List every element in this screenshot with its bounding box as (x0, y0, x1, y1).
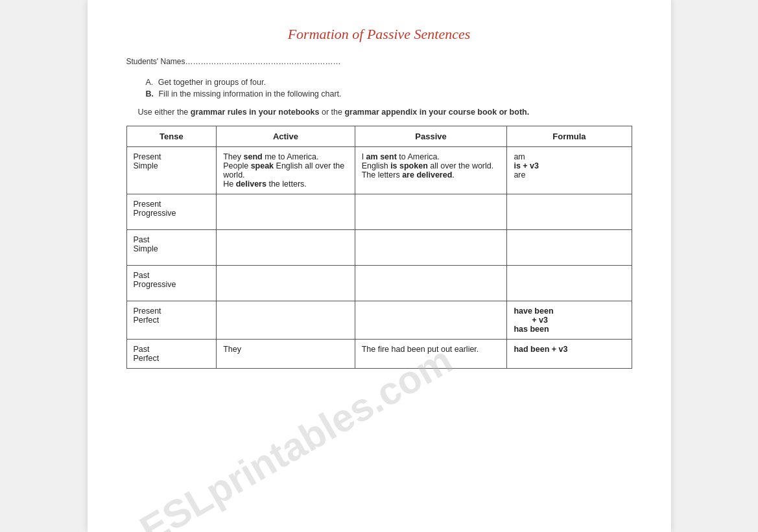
instruction-a: A. Get together in groups of four. (146, 78, 632, 87)
formula-present-simple: am is + v3 are (507, 147, 632, 194)
formula-past-perfect: had been + v3 (507, 340, 632, 369)
grammar-table: Tense Active Passive Formula PresentSimp… (126, 126, 632, 369)
page: Formation of Passive Sentences Students'… (88, 0, 671, 532)
table-row: PresentPerfect have been + v3 has been (126, 301, 632, 340)
active-past-perfect: They (217, 340, 355, 369)
instruction-b-label: B. (146, 89, 154, 98)
passive-past-progressive (355, 266, 507, 301)
table-row: PresentProgressive (126, 194, 632, 230)
passive-present-simple: I am sent to America. English is spoken … (355, 147, 507, 194)
tense-past-perfect: PastPerfect (126, 340, 217, 369)
active-present-simple: They send me to America. People speak En… (217, 147, 355, 194)
header-tense: Tense (126, 126, 217, 147)
instruction-note: Use either the grammar rules in your not… (126, 108, 632, 117)
tense-present-perfect: PresentPerfect (126, 301, 217, 340)
formula-present-perfect: have been + v3 has been (507, 301, 632, 340)
instruction-b: B. Fill in the missing information in th… (146, 89, 632, 98)
instruction-b-text: Fill in the missing information in the f… (158, 89, 341, 98)
tense-present-progressive: PresentProgressive (126, 194, 217, 230)
table-row: PastSimple (126, 230, 632, 266)
formula-present-progressive (507, 194, 632, 230)
active-present-perfect (217, 301, 355, 340)
instruction-a-label: A. (146, 78, 154, 87)
formula-past-simple (507, 230, 632, 266)
formula-past-progressive (507, 266, 632, 301)
page-title: Formation of Passive Sentences (126, 26, 632, 43)
header-active: Active (217, 126, 355, 147)
passive-past-simple (355, 230, 507, 266)
passive-present-perfect (355, 301, 507, 340)
tense-present-simple: PresentSimple (126, 147, 217, 194)
active-past-simple (217, 230, 355, 266)
active-present-progressive (217, 194, 355, 230)
table-row: PresentSimple They send me to America. P… (126, 147, 632, 194)
instruction-a-text: Get together in groups of four. (158, 78, 266, 87)
passive-past-perfect: The fire had been put out earlier. (355, 340, 507, 369)
tense-past-progressive: PastProgressive (126, 266, 217, 301)
header-passive: Passive (355, 126, 507, 147)
passive-present-progressive (355, 194, 507, 230)
instructions: A. Get together in groups of four. B. Fi… (126, 78, 632, 98)
tense-past-simple: PastSimple (126, 230, 217, 266)
table-row: PastPerfect They The fire had been put o… (126, 340, 632, 369)
active-past-progressive (217, 266, 355, 301)
table-row: PastProgressive (126, 266, 632, 301)
students-line: Students' Names…………………………………………………… (126, 57, 632, 66)
header-formula: Formula (507, 126, 632, 147)
table-header-row: Tense Active Passive Formula (126, 126, 632, 147)
